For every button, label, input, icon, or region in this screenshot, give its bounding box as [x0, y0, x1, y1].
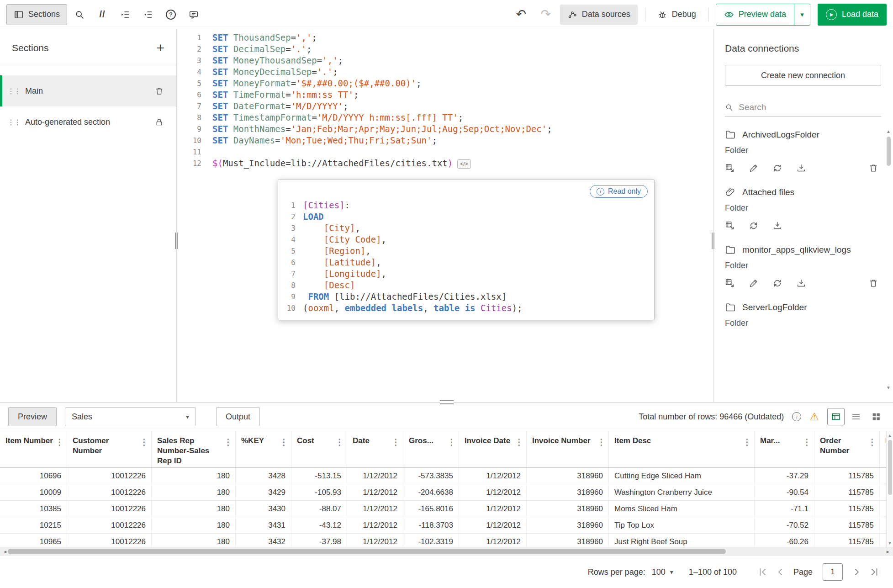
connection-item[interactable]: monitor_apps_qlikview_logsFolder	[725, 243, 881, 289]
code-line[interactable]: 3 [City],	[278, 222, 654, 234]
code-line[interactable]: 1SET ThousandSep=',';	[177, 32, 713, 43]
load-data-button[interactable]: ▶ Load data	[818, 4, 887, 26]
data-sources-button[interactable]: Data sources	[560, 5, 638, 25]
sections-toggle-button[interactable]: Sections	[6, 4, 67, 25]
column-header[interactable]: Sales Rep Number-Sales Rep ID⋮	[152, 431, 236, 467]
warning-icon[interactable]: ⚠	[809, 412, 819, 422]
code-line[interactable]: 4SET MoneyDecimalSep='.';	[177, 66, 713, 78]
code-line[interactable]: 8SET TimestampFormat='M/D/YYYY h:mm:ss[.…	[177, 112, 713, 123]
left-splitter-handle[interactable]	[175, 233, 178, 249]
delete-button[interactable]	[154, 85, 165, 96]
column-header[interactable]: Customer Number⋮	[67, 431, 152, 467]
scroll-right-icon[interactable]: ►	[886, 549, 890, 554]
section-item[interactable]: ⋮⋮Main	[0, 75, 176, 106]
table-vertical-scrollbar[interactable]: ▲ ▼	[886, 431, 893, 547]
code-line[interactable]: 3SET MoneyThousandSep=',';	[177, 55, 713, 66]
column-menu-icon[interactable]: ⋮	[803, 437, 811, 447]
edit-button[interactable]	[749, 163, 760, 174]
column-header[interactable]: Item Number⋮	[0, 431, 67, 467]
last-page-button[interactable]	[867, 565, 881, 579]
connection-name[interactable]: ArchivedLogsFolder	[742, 128, 819, 141]
feedback-button[interactable]	[183, 4, 204, 25]
code-line[interactable]: 2SET DecimalSep='.';	[177, 43, 713, 55]
column-menu-icon[interactable]: ⋮	[335, 437, 344, 447]
code-line[interactable]: 6 [Latitude],	[278, 257, 654, 268]
create-connection-button[interactable]: Create new connection	[725, 65, 881, 86]
previous-page-button[interactable]	[773, 565, 787, 579]
add-section-button[interactable]: +	[156, 41, 164, 55]
select-data-button[interactable]	[725, 163, 736, 174]
connection-name[interactable]: monitor_apps_qlikview_logs	[742, 243, 851, 256]
select-data-button[interactable]	[725, 220, 736, 231]
code-line[interactable]: 1[Cities]:	[278, 200, 654, 211]
delete-button[interactable]	[868, 278, 879, 289]
preview-tab-button[interactable]: Preview	[8, 407, 57, 426]
first-page-button[interactable]	[756, 565, 770, 579]
list-view-button[interactable]	[847, 408, 865, 425]
code-line[interactable]: 10(ooxml, embedded labels, table is Citi…	[278, 302, 654, 314]
code-line[interactable]: 2LOAD	[278, 211, 654, 222]
edit-button[interactable]	[749, 278, 760, 289]
column-header[interactable]: Date⋮	[347, 431, 403, 467]
sync-button[interactable]	[772, 278, 783, 289]
search-button[interactable]	[69, 4, 90, 25]
column-menu-icon[interactable]: ⋮	[140, 437, 148, 447]
redo-button[interactable]: ↷	[535, 4, 556, 25]
connections-scrollbar[interactable]: ▲ ▼	[885, 129, 892, 390]
column-header[interactable]: Mar...⋮	[755, 431, 814, 467]
column-menu-icon[interactable]: ⋮	[868, 437, 877, 447]
column-header[interactable]: Item Desc⋮	[609, 431, 755, 467]
table-row[interactable]: 10965100122261803432-37.981/12/2012-102.…	[0, 534, 893, 547]
connection-item[interactable]: ArchivedLogsFolderFolder	[725, 128, 881, 174]
sync-button[interactable]	[772, 163, 783, 174]
scroll-down-icon[interactable]: ▼	[886, 385, 891, 390]
table-view-button[interactable]	[827, 408, 845, 425]
code-line[interactable]: 12$(Must_Include=lib://AttachedFiles/cit…	[177, 158, 713, 169]
column-header[interactable]: Invoice Date⋮	[459, 431, 527, 467]
rows-per-page-select[interactable]: 100 ▾	[652, 567, 673, 577]
connection-name[interactable]: Attached files	[742, 185, 794, 199]
table-row[interactable]: 10009100122261803429-105.931/12/2012-204…	[0, 484, 893, 501]
column-menu-icon[interactable]: ⋮	[743, 437, 751, 447]
scrollbar-thumb[interactable]	[888, 440, 892, 495]
lock-button[interactable]	[154, 117, 165, 127]
code-line[interactable]: 7 [Longitude],	[278, 268, 654, 280]
connection-item[interactable]: ServerLogFolderFolder	[725, 301, 881, 328]
column-menu-icon[interactable]: ⋮	[515, 437, 523, 447]
scroll-up-icon[interactable]: ▲	[886, 129, 891, 134]
sync-button[interactable]	[749, 220, 760, 231]
table-row[interactable]: 10385100122261803430-88.071/12/2012-165.…	[0, 501, 893, 517]
undo-button[interactable]: ↶	[511, 4, 532, 25]
help-button[interactable]: ?	[160, 4, 181, 25]
table-row[interactable]: 10215100122261803431-43.121/12/2012-118.…	[0, 517, 893, 534]
column-menu-icon[interactable]: ⋮	[447, 437, 456, 447]
drag-handle-icon[interactable]: ⋮⋮	[2, 118, 25, 127]
info-icon[interactable]: i	[792, 412, 801, 421]
column-header[interactable]: Cost⋮	[291, 431, 347, 467]
card-view-button[interactable]	[867, 408, 885, 425]
outdent-button[interactable]	[137, 4, 159, 25]
table-select[interactable]: Sales ▾	[65, 407, 196, 426]
horizontal-splitter-handle[interactable]	[440, 400, 454, 404]
load-button[interactable]	[796, 163, 807, 174]
preview-data-dropdown-button[interactable]: ▾	[794, 4, 810, 26]
delete-button[interactable]	[868, 163, 879, 174]
column-menu-icon[interactable]: ⋮	[224, 437, 232, 447]
column-header[interactable]: %KEY⋮	[236, 431, 291, 467]
table-horizontal-scrollbar[interactable]: ◄ ►	[0, 547, 893, 556]
load-button[interactable]	[772, 220, 783, 231]
drag-handle-icon[interactable]: ⋮⋮	[2, 87, 25, 95]
script-editor[interactable]: 1SET ThousandSep=',';2SET DecimalSep='.'…	[177, 29, 713, 402]
column-header[interactable]: Order Number⋮	[814, 431, 880, 467]
scroll-left-icon[interactable]: ◄	[3, 549, 7, 554]
comment-toggle-button[interactable]: //	[92, 4, 113, 25]
page-input[interactable]	[823, 563, 843, 581]
column-menu-icon[interactable]: ⋮	[391, 437, 400, 447]
code-line[interactable]: 5 [Region],	[278, 245, 654, 257]
code-line[interactable]: 8 [Desc]	[278, 280, 654, 291]
connection-name[interactable]: ServerLogFolder	[742, 301, 807, 314]
scroll-up-icon[interactable]: ▲	[888, 433, 892, 438]
right-splitter-handle[interactable]	[712, 233, 714, 249]
code-line[interactable]: 9SET MonthNames='Jan;Feb;Mar;Apr;May;Jun…	[177, 123, 713, 135]
scrollbar-thumb[interactable]	[887, 137, 891, 166]
